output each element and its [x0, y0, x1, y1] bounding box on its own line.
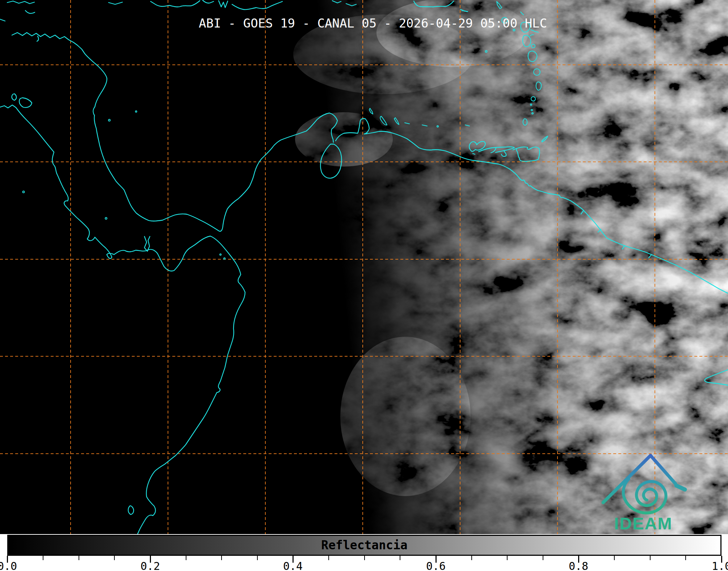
- colorbar-footer: Reflectancia: [0, 534, 728, 571]
- ideam-logo-text: IDEAM: [614, 513, 672, 533]
- colorbar-label: Reflectancia: [321, 538, 407, 552]
- colorbar-tick-label: 0.4: [283, 560, 303, 571]
- colorbar-minor-tick: [221, 556, 222, 560]
- colorbar-minor-tick: [614, 556, 615, 560]
- map-canvas: [0, 0, 728, 534]
- colorbar-minor-tick: [328, 556, 329, 560]
- colorbar-minor-tick: [43, 556, 43, 560]
- colorbar-minor-tick: [471, 556, 472, 560]
- colorbar-minor-tick: [364, 556, 365, 560]
- reflectance-colorbar: Reflectancia: [7, 535, 721, 556]
- colorbar-tick-label: 0.2: [140, 560, 160, 571]
- product-title: ABI - GOES 19 - CANAL 05 - 2026-04-29 05…: [199, 16, 547, 30]
- colorbar-tick-label: 0.8: [569, 560, 588, 571]
- colorbar-tick-label: 0.6: [426, 560, 446, 571]
- colorbar-tick-label: 0.0: [0, 560, 17, 571]
- satellite-map: ABI - GOES 19 - CANAL 05 - 2026-04-29 05…: [0, 0, 728, 534]
- colorbar-minor-tick: [507, 556, 508, 560]
- colorbar-minor-tick: [186, 556, 186, 560]
- colorbar-minor-tick: [114, 556, 115, 560]
- colorbar-minor-tick: [650, 556, 651, 560]
- satellite-product-image: { "title_bar": { "text": "ABI - GOES 19 …: [0, 0, 728, 571]
- colorbar-minor-tick: [400, 556, 400, 560]
- colorbar-minor-tick: [79, 556, 79, 560]
- colorbar-minor-tick: [257, 556, 258, 560]
- colorbar-tick-label: 1.0: [712, 560, 728, 571]
- colorbar-minor-tick: [543, 556, 543, 560]
- colorbar-minor-tick: [685, 556, 686, 560]
